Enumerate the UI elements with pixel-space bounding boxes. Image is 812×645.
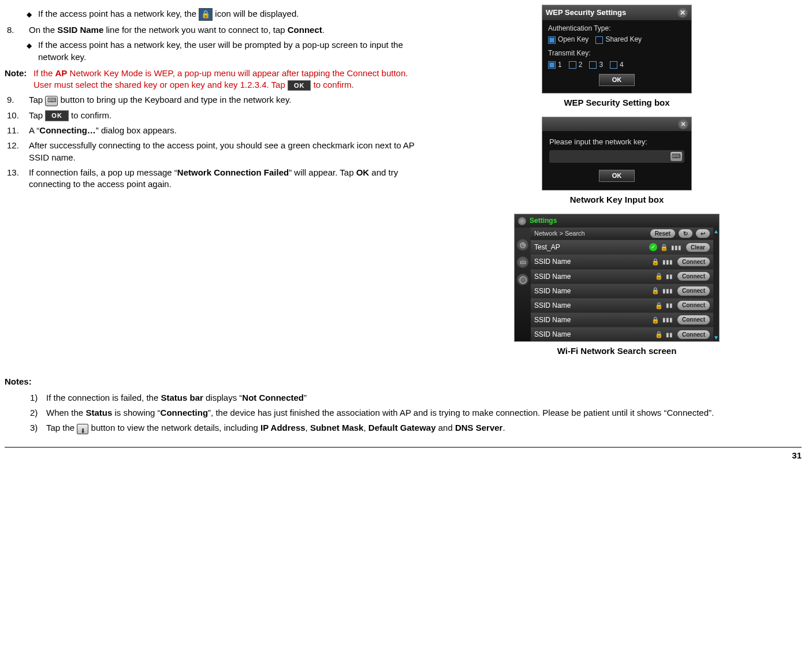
connect-button[interactable]: Connect: [677, 301, 710, 310]
lock-icon: 🔒: [660, 243, 668, 252]
gear-icon: [518, 217, 526, 225]
netkey-prompt: Please input the network key:: [549, 137, 684, 147]
instructions-column: ◆ If the access point has a network key,…: [5, 5, 420, 366]
connect-button[interactable]: Connect: [677, 330, 710, 340]
page-number: 31: [5, 447, 802, 461]
ok-button[interactable]: OK: [599, 170, 635, 182]
key-4[interactable]: 4: [610, 60, 624, 69]
reset-button[interactable]: Reset: [650, 229, 675, 238]
note-3-number: 3): [30, 422, 46, 434]
step-8-text: On the SSID Name line for the network yo…: [29, 24, 420, 36]
sidebar: ◷ ▭ ◯: [515, 228, 531, 342]
wep-title: WEP Security Settings: [546, 8, 626, 18]
connect-button[interactable]: Connect: [677, 272, 710, 281]
refresh-button[interactable]: ↻: [679, 229, 692, 238]
check-icon: ✓: [649, 243, 657, 251]
close-icon[interactable]: ✕: [678, 119, 688, 129]
connect-button[interactable]: Connect: [677, 258, 710, 267]
step-11-text: A “Connecting…” dialog box appears.: [29, 125, 420, 136]
key-1[interactable]: 1: [548, 60, 562, 69]
ap-row[interactable]: SSID Name 🔒▮▮▮Connect: [531, 284, 713, 298]
network-key-dialog: ✕ Please input the network key: ⌨ OK: [542, 117, 692, 191]
figures-column: WEP Security Settings ✕ Authentication T…: [432, 5, 802, 366]
auth-type-label: Authentication Type:: [548, 24, 686, 33]
transmit-key-label: Transmit Key:: [548, 49, 686, 58]
ap-row[interactable]: SSID Name 🔒▮▮Connect: [531, 269, 713, 284]
close-icon[interactable]: ✕: [677, 8, 688, 18]
key-2[interactable]: 2: [569, 60, 583, 69]
note-2-text: When the Status is showing “Connecting”,…: [46, 407, 802, 419]
keyboard-icon: [45, 96, 58, 106]
scrollbar[interactable]: ▲ ▼: [713, 228, 719, 342]
step-12-number: 12.: [5, 140, 29, 151]
download-icon: [77, 424, 88, 434]
clock-icon[interactable]: ◷: [517, 239, 528, 251]
search-caption: Wi-Fi Network Search screen: [557, 345, 677, 357]
scroll-down-icon: ▼: [713, 334, 719, 342]
settings-label: Settings: [530, 216, 557, 225]
ok-icon: OK: [45, 110, 69, 121]
note-3-text: Tap the button to view the network detai…: [46, 422, 802, 434]
wep-caption: WEP Security Setting box: [564, 97, 669, 109]
ok-icon: OK: [288, 80, 311, 91]
scroll-up-icon: ▲: [713, 228, 719, 236]
ap-row[interactable]: SSID Name 🔒▮▮▮Connect: [531, 254, 713, 269]
shared-key-option[interactable]: Shared Key: [595, 35, 642, 44]
step-8-number: 8.: [5, 24, 29, 36]
note-1-text: If the connection is failed, the Status …: [46, 392, 802, 404]
note-2-number: 2): [30, 407, 46, 419]
signal-icon: ▮▮▮: [671, 244, 681, 252]
diamond-bullet-icon: ◆: [27, 8, 38, 19]
note-label: Note:: [5, 68, 33, 91]
bullet-lock-text: If the access point has a network key, t…: [38, 8, 420, 21]
ap-row[interactable]: SSID Name 🔒▮▮▮Connect: [531, 312, 713, 327]
step-12-text: After successfully connecting to the acc…: [29, 140, 420, 163]
diamond-bullet-icon: ◆: [27, 39, 38, 50]
step-10-text: Tap OK to confirm.: [29, 110, 420, 121]
ap-row-test[interactable]: Test_AP ✓ 🔒 ▮▮▮ Clear: [531, 240, 713, 254]
note-1-number: 1): [30, 392, 46, 404]
step-10-number: 10.: [5, 110, 29, 121]
clear-button[interactable]: Clear: [686, 243, 710, 252]
open-key-option[interactable]: Open Key: [548, 35, 588, 44]
step-9-number: 9.: [5, 94, 29, 106]
netkey-caption: Network Key Input box: [570, 194, 664, 206]
step-8-sub: If the access point has a network key, t…: [38, 39, 420, 63]
monitor-icon[interactable]: ▭: [517, 256, 528, 268]
wep-security-dialog: WEP Security Settings ✕ Authentication T…: [542, 5, 692, 94]
step-9-text: Tap button to bring up the Keyboard and …: [29, 94, 420, 106]
key-3[interactable]: 3: [589, 60, 603, 69]
connect-button[interactable]: Connect: [677, 286, 710, 296]
breadcrumb: Network > Search: [534, 229, 585, 238]
step-13-text: If connection fails, a pop up message “N…: [29, 167, 420, 191]
circle-icon[interactable]: ◯: [517, 274, 528, 285]
notes-heading: Notes:: [5, 376, 802, 387]
step-13-number: 13.: [5, 167, 29, 178]
lock-icon: [199, 8, 213, 21]
ok-button[interactable]: OK: [599, 74, 635, 86]
back-button[interactable]: ↩: [696, 229, 710, 238]
wifi-search-screen: Settings ◷ ▭ ◯ Network > Search Reset ↻: [514, 214, 720, 342]
ap-row[interactable]: SSID Name 🔒▮▮Connect: [531, 327, 713, 341]
ap-row[interactable]: SSID Name 🔒▮▮Connect: [531, 298, 713, 312]
step-11-number: 11.: [5, 125, 29, 136]
network-key-input[interactable]: ⌨: [549, 150, 684, 163]
connect-button[interactable]: Connect: [677, 315, 710, 325]
keyboard-icon[interactable]: ⌨: [671, 152, 682, 161]
note-text: If the AP Network Key Mode is WEP, a pop…: [33, 68, 420, 91]
